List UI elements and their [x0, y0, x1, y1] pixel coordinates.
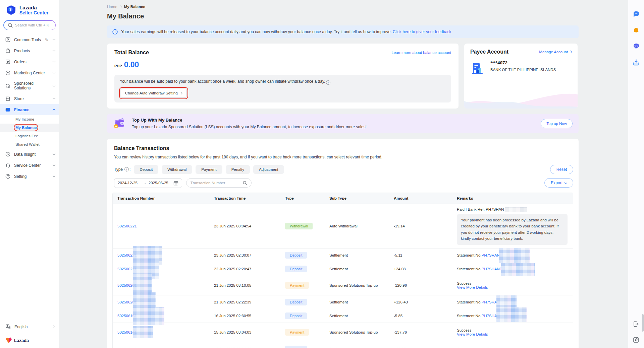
sidebar-item-products[interactable]: Products	[0, 45, 59, 56]
main-content: Home My Balance My Balance Your sales ea…	[59, 0, 628, 348]
filter-withdrawal-button[interactable]: Withdrawal	[162, 165, 192, 174]
info-icon[interactable]: i	[124, 167, 129, 171]
wave-decoration	[464, 88, 578, 109]
info-banner-text: Your sales earnings will be released to …	[121, 29, 391, 34]
chevron-right-icon	[52, 325, 55, 328]
view-more-details-link[interactable]: View More Details	[457, 332, 488, 336]
marketing-center-icon	[5, 70, 11, 76]
right-icon-rail	[628, 0, 644, 348]
data-insight-icon	[5, 151, 11, 157]
lazada-shield-icon: $	[5, 5, 17, 15]
info-icon[interactable]: i	[326, 80, 330, 85]
sidebar-item-common-tools[interactable]: Common Tools ✎	[0, 34, 59, 45]
breadcrumb-home[interactable]: Home	[107, 5, 117, 9]
chevron-down-icon	[53, 49, 55, 52]
type-badge: Payment	[285, 329, 309, 336]
payee-account-title: Payee Account	[470, 49, 508, 55]
manage-account-link[interactable]: Manage Account	[539, 50, 572, 54]
statement-link[interactable]: PH7SHA	[482, 300, 497, 304]
reset-button[interactable]: Reset	[550, 165, 573, 174]
topup-banner: + Top Up With My Balance Top up your Laz…	[107, 114, 579, 133]
export-button[interactable]: Export	[544, 178, 573, 188]
sidebar-item-store[interactable]: Store	[0, 93, 59, 104]
table-row: 502506141 15 Jun 2025 03:04:03 Payment S…	[113, 323, 573, 342]
type-badge: Deposit	[285, 252, 307, 259]
transaction-number-link[interactable]: 502506221	[117, 224, 137, 228]
payee-account-card: Payee Account Manage Account ****4072 BA…	[464, 44, 578, 109]
service-center-icon	[5, 162, 11, 168]
divider	[0, 333, 59, 333]
notification-bell-icon[interactable]	[632, 27, 640, 34]
type-badge: Deposit	[285, 312, 307, 319]
sidebar-search[interactable]	[3, 20, 56, 30]
redaction-mosaic	[496, 307, 527, 322]
sidebar-item-my-balance[interactable]: My Balance	[0, 124, 59, 132]
download-tray-icon[interactable]	[632, 59, 640, 66]
transaction-number-link[interactable]: 502506141	[117, 347, 137, 348]
logout-icon[interactable]	[633, 321, 640, 328]
sidebar-item-shared-wallet[interactable]: Shared Wallet	[0, 140, 59, 149]
transaction-number-input[interactable]	[191, 181, 243, 185]
date-from-input[interactable]	[118, 181, 142, 185]
assistant-robot-icon[interactable]	[632, 43, 640, 51]
redaction-mosaic	[501, 263, 535, 276]
balance-amount: PHP 0.00	[114, 60, 451, 69]
scrollbar[interactable]	[642, 314, 644, 332]
date-to-input[interactable]	[149, 181, 171, 185]
breadcrumb-current: My Balance	[124, 5, 145, 9]
chevron-down-icon	[53, 60, 55, 63]
sidebar-item-marketing-center[interactable]: Marketing Center	[0, 67, 59, 78]
sidebar-item-sponsored-solutions[interactable]: Sponsored Solutions	[0, 78, 59, 93]
chevron-right-icon	[569, 51, 572, 53]
sidebar-item-data-insight[interactable]: Data Insight	[0, 149, 59, 160]
lazada-footer-logo: Lazada	[0, 337, 59, 344]
date-range-picker[interactable]: -	[114, 178, 182, 188]
feedback-link[interactable]: Click here to giver your feedback.	[393, 29, 452, 34]
filter-payment-button[interactable]: Payment	[196, 165, 222, 174]
filter-deposit-button[interactable]: Deposit	[134, 165, 158, 174]
filter-penalty-button[interactable]: Penalty	[226, 165, 250, 174]
bank-name: BANK OF THE PHILIPPINE ISLANDS	[490, 68, 556, 72]
brand-line2: Seller Center	[19, 10, 48, 15]
sidebar-item-service-center[interactable]: Service Center	[0, 160, 59, 171]
search-icon	[243, 181, 247, 185]
view-more-details-link[interactable]: View More Details	[457, 285, 488, 289]
sidebar-item-finance[interactable]: Finance	[0, 104, 59, 115]
wallet-icon: +	[113, 117, 126, 130]
table-row: 502506201 21 Jun 2025 03:10:05 Payment S…	[113, 276, 573, 295]
language-selector[interactable]: English	[0, 321, 59, 333]
statement-link[interactable]: PH7SHANT	[482, 267, 502, 271]
statement-link[interactable]: PH7SH	[482, 347, 494, 348]
filter-adjustment-button[interactable]: Adjustment	[253, 165, 284, 174]
total-balance-title: Total Balance	[114, 50, 149, 56]
account-number: ****4072	[490, 60, 556, 65]
table-row: 502506151 16 Jun 2025 02:30:55 Deposit S…	[113, 309, 573, 323]
topup-description: Top up your Lazada Sponsored Solution (L…	[132, 125, 535, 129]
annotation-highlight: My Balance	[15, 126, 37, 130]
chat-icon[interactable]	[632, 11, 640, 19]
search-icon	[7, 22, 13, 28]
total-balance-card: Total Balance Learn more about balance a…	[107, 44, 459, 109]
search-input[interactable]	[15, 23, 52, 27]
chevron-right-icon	[179, 91, 182, 94]
balance-transactions-card: Balance Transactions You can review hist…	[107, 139, 579, 348]
statement-link[interactable]: PH7SHA	[482, 314, 497, 318]
sidebar-item-orders[interactable]: Orders	[0, 56, 59, 67]
edit-pencil-icon[interactable]: ✎	[45, 38, 48, 42]
seller-center-logo: $ Lazada Seller Center	[0, 0, 59, 19]
store-icon	[5, 96, 11, 101]
change-auto-withdraw-setting-button[interactable]: Change Auto Withdraw Setting	[121, 89, 186, 97]
learn-more-link[interactable]: Learn more about balance account	[391, 51, 451, 55]
sidebar-item-my-income[interactable]: My Income	[0, 115, 59, 124]
info-icon	[112, 29, 118, 34]
feedback-edit-icon[interactable]	[633, 336, 640, 343]
topup-title: Top Up With My Balance	[132, 118, 535, 123]
products-icon	[5, 48, 11, 54]
svg-text:+: +	[115, 125, 117, 128]
transaction-number-search[interactable]	[186, 178, 252, 188]
page-title: My Balance	[107, 12, 579, 20]
sidebar-item-logistics-fee[interactable]: Logistics Fee	[0, 132, 59, 140]
topup-now-button[interactable]: Top up Now	[541, 119, 573, 128]
svg-text:$: $	[9, 7, 11, 11]
sidebar-item-setting[interactable]: Setting	[0, 171, 59, 182]
